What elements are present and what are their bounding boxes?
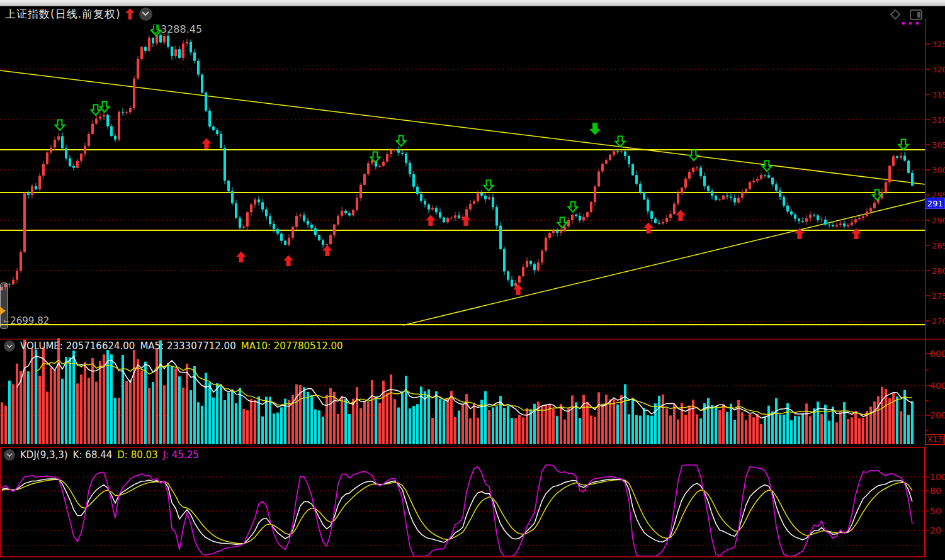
page-title: 上证指数(日线.前复权) [5,7,121,21]
svg-text:600: 600 [930,349,945,359]
title-bar: 上证指数(日线.前复权) [5,7,152,21]
peak-price-label: 3288.45 [151,23,202,35]
svg-text:3250: 3250 [932,40,945,49]
chart-canvas[interactable]: 3250320031503100305030002950290028502800… [0,0,945,560]
svg-text:50: 50 [930,506,941,516]
kdj-name: KDJ(9,3,3) [20,449,68,461]
kdj-d-value: D: 80.03 [117,449,157,461]
svg-text:2800: 2800 [932,266,945,276]
collapse-volume-pane-button[interactable] [4,340,15,352]
sell-arrow-icon [151,25,159,34]
svg-text:3100: 3100 [932,115,945,125]
kdj-j-value: J: 45.25 [163,449,199,461]
diamond-icon[interactable] [889,8,902,21]
kdj-k-value: K: 68.44 [73,449,113,461]
svg-text:80: 80 [930,486,941,496]
kdj-pane-header: KDJ(9,3,3) K: 68.44 D: 80.03 J: 45.25 [4,449,199,461]
svg-text:20: 20 [930,525,941,535]
svg-text:3150: 3150 [932,90,945,99]
volume-ma5: MA5: 233307712.00 [140,340,235,352]
ellipsis-dots-icon [902,22,919,25]
trend-up-icon [125,8,135,20]
last-price-badge: 291 [925,198,945,209]
svg-text:100: 100 [930,472,945,482]
window-controls [889,8,922,21]
svg-text:3200: 3200 [932,65,945,74]
volume-ma10: MA10: 207780512.00 [241,340,343,352]
left-edge-marker-icon [0,306,6,315]
volume-value: VOLUME: 205716624.00 [20,340,135,352]
svg-text:2700: 2700 [932,316,945,326]
svg-text:3000: 3000 [932,165,945,175]
volume-axis-multiplier: X1万 [925,434,945,445]
svg-text:2850: 2850 [932,241,945,250]
svg-text:2750: 2750 [932,291,945,301]
panel-layout-icon[interactable] [910,9,922,20]
low-price-label: ←2699.82 [3,315,49,327]
volume-pane-header: VOLUME: 205716624.00 MA5: 233307712.00 M… [4,340,343,352]
collapse-kdj-pane-button[interactable] [4,449,15,461]
collapse-price-pane-button[interactable] [139,8,152,21]
left-scroll-thumb[interactable] [0,283,8,329]
svg-text:3050: 3050 [932,140,945,150]
svg-text:2900: 2900 [932,216,945,225]
svg-text:400: 400 [930,381,945,391]
trading-app-window: { "title_bar": { "title": "上证指数(日线.前复权)"… [0,0,945,560]
svg-text:200: 200 [930,410,945,420]
